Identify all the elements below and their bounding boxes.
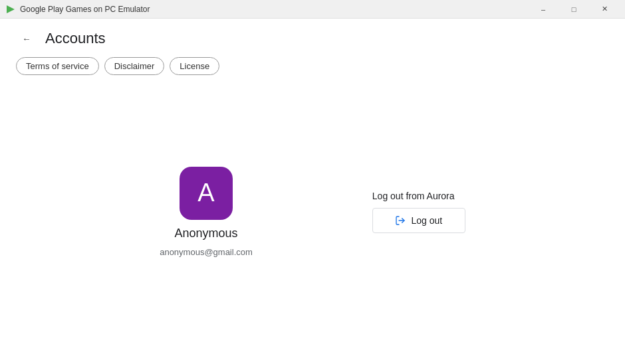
maximize-button[interactable]: □ bbox=[559, 0, 589, 19]
back-button[interactable]: ← bbox=[16, 28, 37, 49]
window-controls: – □ ✕ bbox=[528, 0, 620, 19]
title-bar: Google Play Games on PC Emulator – □ ✕ bbox=[0, 0, 625, 19]
app-content: ← Accounts Terms of service Disclaimer L… bbox=[0, 19, 625, 364]
app-logo-icon bbox=[5, 4, 16, 15]
minimize-button[interactable]: – bbox=[528, 0, 559, 19]
close-button[interactable]: ✕ bbox=[589, 0, 620, 19]
avatar: A bbox=[180, 167, 233, 220]
license-button[interactable]: License bbox=[170, 57, 219, 75]
logout-icon bbox=[395, 215, 406, 226]
main-content: A Anonymous anonymous@gmail.com Log out … bbox=[0, 86, 625, 364]
app-title: Google Play Games on PC Emulator bbox=[20, 5, 150, 14]
logout-button[interactable]: Log out bbox=[372, 208, 465, 233]
logout-section: Log out from Aurora Log out bbox=[372, 191, 465, 233]
title-bar-left: Google Play Games on PC Emulator bbox=[5, 4, 150, 15]
back-icon: ← bbox=[22, 34, 31, 44]
logout-section-title: Log out from Aurora bbox=[372, 191, 455, 201]
pills-area: Terms of service Disclaimer License bbox=[0, 54, 625, 86]
user-card: A Anonymous anonymous@gmail.com bbox=[160, 167, 253, 257]
header: ← Accounts bbox=[0, 19, 625, 54]
svg-marker-0 bbox=[7, 5, 15, 13]
user-email: anonymous@gmail.com bbox=[160, 247, 253, 257]
terms-of-service-button[interactable]: Terms of service bbox=[16, 57, 99, 75]
page-title: Accounts bbox=[45, 30, 106, 47]
user-name: Anonymous bbox=[174, 227, 237, 240]
disclaimer-button[interactable]: Disclaimer bbox=[104, 57, 165, 75]
